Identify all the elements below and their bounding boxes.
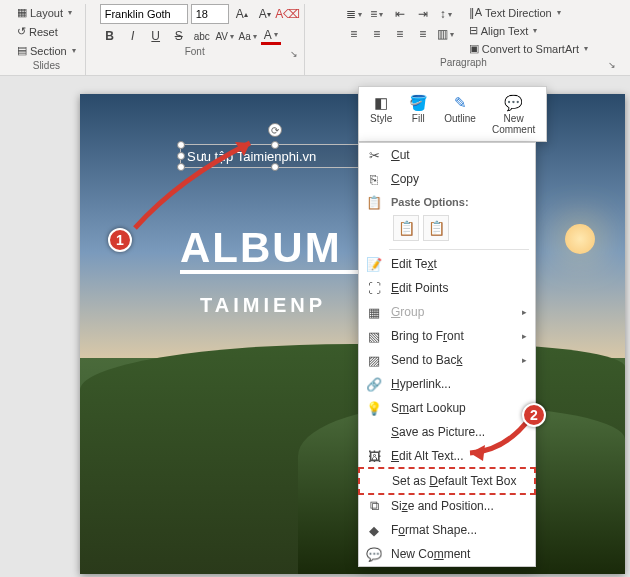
fill-icon: 🪣 [408, 93, 428, 113]
font-size-select[interactable] [191, 4, 229, 24]
layout-button[interactable]: ▦ Layout▾ [14, 4, 79, 21]
ctx-hyperlink[interactable]: 🔗Hyperlink... [359, 372, 535, 396]
slide-subtitle[interactable]: TAIMIENP [200, 294, 326, 317]
align-text-icon: ⊟ [469, 24, 478, 37]
font-color-button[interactable]: A▾ [261, 28, 281, 45]
strike-button[interactable]: S [169, 26, 189, 46]
increase-indent-button[interactable]: ⇥ [413, 4, 433, 24]
decrease-font-button[interactable]: A▾ [255, 4, 275, 24]
increase-font-button[interactable]: A▴ [232, 4, 252, 24]
chevron-right-icon: ▸ [522, 331, 527, 341]
font-group-label: Font [185, 46, 205, 59]
ctx-group: ▦Group▸ [359, 300, 535, 324]
font-name-select[interactable] [100, 4, 188, 24]
hyperlink-icon: 🔗 [365, 376, 383, 392]
ctx-new-comment[interactable]: 💬New Comment [359, 542, 535, 566]
bring-front-icon: ▧ [365, 328, 383, 344]
char-spacing-button[interactable]: AV▾ [215, 26, 235, 46]
layout-label: Layout [30, 7, 63, 19]
clear-formatting-button[interactable]: A⌫ [278, 4, 298, 24]
reset-label: Reset [29, 26, 58, 38]
alt-text-icon: 🖼 [365, 448, 383, 464]
paragraph-dialog-launcher[interactable]: ↘ [608, 60, 616, 70]
copy-icon: ⎘ [365, 171, 383, 187]
change-case-button[interactable]: Aa▾ [238, 26, 258, 46]
section-label: Section [30, 45, 67, 57]
svg-marker-1 [470, 445, 485, 461]
size-position-icon: ⧉ [365, 498, 383, 514]
ctx-bring-front[interactable]: ▧Bring to Front▸ [359, 324, 535, 348]
default-textbox-icon [366, 473, 384, 489]
font-dialog-launcher[interactable]: ↘ [290, 49, 298, 59]
smartart-icon: ▣ [469, 42, 479, 55]
bullets-button[interactable]: ≣▾ [344, 4, 364, 24]
new-comment-icon: 💬 [365, 546, 383, 562]
line-spacing-button[interactable]: ↕▾ [436, 4, 456, 24]
cut-icon: ✂ [365, 147, 383, 163]
mini-new-comment-button[interactable]: 💬New Comment [485, 91, 542, 137]
mini-outline-button[interactable]: ✎Outline [437, 91, 483, 137]
paste-icon: 📋 [365, 194, 383, 210]
ctx-default-textbox[interactable]: Set as Default Text Box [358, 467, 536, 495]
edit-points-icon: ⛶ [365, 280, 383, 296]
columns-button[interactable]: ▥▾ [436, 24, 456, 44]
paragraph-group-label: Paragraph [440, 57, 487, 70]
chevron-right-icon: ▸ [522, 307, 527, 317]
numbering-button[interactable]: ≡▾ [367, 4, 387, 24]
reset-button[interactable]: ↺ Reset [14, 23, 79, 40]
smart-lookup-icon: 💡 [365, 400, 383, 416]
mini-style-button[interactable]: ◧Style [363, 91, 399, 137]
comment-icon: 💬 [504, 93, 524, 113]
ctx-copy[interactable]: ⎘Copy [359, 167, 535, 191]
ctx-send-back[interactable]: ▨Send to Back▸ [359, 348, 535, 372]
text-shadow-button[interactable]: abc [192, 26, 212, 46]
underline-button[interactable]: U [146, 26, 166, 46]
send-back-icon: ▨ [365, 352, 383, 368]
section-button[interactable]: ▤ Section▾ [14, 42, 79, 59]
mini-fill-button[interactable]: 🪣Fill [401, 91, 435, 137]
align-text-button[interactable]: ⊟ Align Text▾ [466, 22, 591, 39]
align-right-button[interactable]: ≡ [390, 24, 410, 44]
ctx-edit-points[interactable]: ⛶Edit Points [359, 276, 535, 300]
ctx-paste-options: 📋 📋 [359, 213, 535, 247]
ctx-paste-options-label: 📋Paste Options: [359, 191, 535, 213]
outline-icon: ✎ [450, 93, 470, 113]
context-menu: ✂Cut ⎘Copy 📋Paste Options: 📋 📋 📝Edit Tex… [358, 142, 536, 567]
style-icon: ◧ [371, 93, 391, 113]
ribbon-group-slides: ▦ Layout▾ ↺ Reset ▤ Section▾ Slides [8, 4, 86, 75]
decrease-indent-button[interactable]: ⇤ [390, 4, 410, 24]
paste-keep-source[interactable]: 📋 [423, 215, 449, 241]
ribbon-group-font: A▴ A▾ A⌫ B I U S abc AV▾ Aa▾ A▾ Font↘ [94, 4, 305, 75]
annotation-callout-2: 2 [522, 403, 546, 427]
ribbon-group-paragraph: ≣▾ ≡▾ ⇤ ⇥ ↕▾ ≡ ≡ ≡ ≡ ▥▾ ‖A Text Directio… [313, 4, 622, 75]
edit-text-icon: 📝 [365, 256, 383, 272]
paste-dest-theme[interactable]: 📋 [393, 215, 419, 241]
align-left-button[interactable]: ≡ [344, 24, 364, 44]
text-direction-button[interactable]: ‖A Text Direction▾ [466, 4, 591, 21]
smartart-button[interactable]: ▣ Convert to SmartArt▾ [466, 40, 591, 57]
bold-button[interactable]: B [100, 26, 120, 46]
format-shape-icon: ◆ [365, 522, 383, 538]
annotation-arrow-1 [120, 128, 280, 238]
text-direction-icon: ‖A [469, 6, 482, 19]
ribbon: ▦ Layout▾ ↺ Reset ▤ Section▾ Slides A▴ A… [0, 0, 630, 76]
italic-button[interactable]: I [123, 26, 143, 46]
chevron-right-icon: ▸ [522, 355, 527, 365]
justify-button[interactable]: ≡ [413, 24, 433, 44]
align-center-button[interactable]: ≡ [367, 24, 387, 44]
mini-toolbar: ◧Style 🪣Fill ✎Outline 💬New Comment [358, 86, 547, 142]
slides-group-label: Slides [33, 60, 60, 73]
ctx-edit-text[interactable]: 📝Edit Text [359, 252, 535, 276]
ctx-size-position[interactable]: ⧉Size and Position... [359, 494, 535, 518]
ctx-cut[interactable]: ✂Cut [359, 143, 535, 167]
ctx-format-shape[interactable]: ◆Format Shape... [359, 518, 535, 542]
save-picture-icon [365, 424, 383, 440]
annotation-callout-1: 1 [108, 228, 132, 252]
group-icon: ▦ [365, 304, 383, 320]
